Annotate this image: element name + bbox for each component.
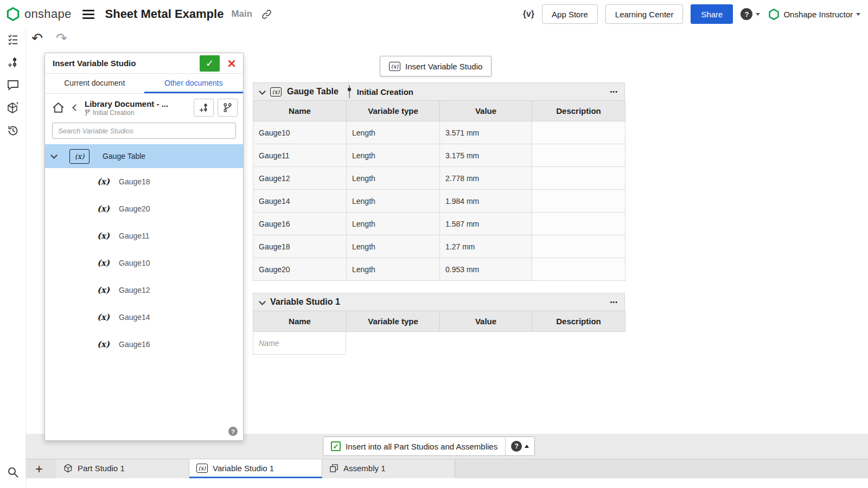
cell-value[interactable]: 1.587 mm <box>440 213 532 235</box>
checkbox-checked-icon[interactable]: ✓ <box>331 441 341 451</box>
column-header-type[interactable]: Variable type <box>347 101 440 121</box>
cell-description[interactable] <box>532 258 626 281</box>
column-header-name[interactable]: Name <box>253 311 347 332</box>
add-item-icon <box>7 56 20 69</box>
collapse-chevron-icon[interactable] <box>259 298 266 305</box>
tab-part-studio-1[interactable]: Part Studio 1 <box>56 459 189 478</box>
featurescript-icon[interactable]: {v} <box>523 9 534 19</box>
variable-item[interactable]: (x) Gauge20 <box>45 195 243 222</box>
tab-variable-studio-1[interactable]: (x) Variable Studio 1 <box>189 459 322 478</box>
variable-item[interactable]: (x) Gauge12 <box>45 277 243 304</box>
version-graph-button[interactable] <box>218 99 238 117</box>
insert-variable-studio-button[interactable]: (x) Insert Variable Studio <box>380 56 492 76</box>
gauge-table-section-header[interactable]: (x) Gauge Table Initial Creation ••• <box>253 82 625 101</box>
cell-description[interactable] <box>532 167 626 190</box>
variable-item[interactable]: (x) Gauge16 <box>45 331 243 358</box>
help-icon[interactable]: ? <box>228 427 238 436</box>
column-header-value[interactable]: Value <box>440 311 532 332</box>
variable-item[interactable]: (x) Gauge11 <box>45 222 243 249</box>
tab-current-document[interactable]: Current document <box>45 74 144 93</box>
cell-name[interactable]: Gauge18 <box>253 235 347 258</box>
variable-studio-icon: (x) <box>270 87 282 97</box>
tab-other-documents[interactable]: Other documents <box>144 74 244 93</box>
cell-description[interactable] <box>532 213 626 235</box>
column-header-description[interactable]: Description <box>532 311 626 332</box>
cancel-button[interactable]: × <box>225 55 239 72</box>
overflow-menu-icon[interactable]: ••• <box>610 88 618 95</box>
chevron-down-icon[interactable] <box>50 152 58 159</box>
cell-type[interactable]: Length <box>347 213 440 235</box>
user-menu[interactable]: Onshape Instructor <box>768 8 860 21</box>
cell-name[interactable]: Gauge11 <box>253 144 347 167</box>
cell-description[interactable] <box>532 144 626 167</box>
share-button[interactable]: Share <box>691 4 733 24</box>
home-icon[interactable] <box>52 102 65 113</box>
confirm-button[interactable]: ✓ <box>200 55 220 72</box>
variable-item[interactable]: (x) Gauge18 <box>45 168 243 195</box>
tab-assembly-1[interactable]: Assembly 1 <box>322 459 455 478</box>
redo-button[interactable]: ↷ <box>56 30 67 46</box>
cell-description[interactable] <box>532 235 626 258</box>
help-dropdown-button[interactable]: ? <box>505 437 534 455</box>
column-header-type[interactable]: Variable type <box>347 311 440 332</box>
column-header-value[interactable]: Value <box>440 101 532 121</box>
search-input[interactable] <box>52 123 236 139</box>
breadcrumb-document[interactable]: Library Document - ... Initial Creation <box>85 99 190 117</box>
cell-name[interactable]: Gauge20 <box>253 258 347 281</box>
cell-value[interactable]: 1.984 mm <box>440 190 532 213</box>
variable-studio-section-header[interactable]: Variable Studio 1 ••• <box>253 293 625 311</box>
collapse-chevron-icon[interactable] <box>259 88 266 95</box>
breadcrumb: Library Document - ... Initial Creation <box>45 94 243 121</box>
variable-item[interactable]: (x) Gauge14 <box>45 304 243 331</box>
history-panel-button[interactable] <box>0 119 26 142</box>
cell-type[interactable]: Length <box>347 121 440 144</box>
breadcrumb-version-label: Initial Creation <box>93 109 135 117</box>
parts-help-panel-button[interactable] <box>0 97 26 119</box>
cell-type[interactable]: Length <box>347 235 440 258</box>
back-chevron-icon[interactable] <box>72 104 79 111</box>
cell-value[interactable]: 2.778 mm <box>440 167 532 190</box>
add-tab-button[interactable]: + <box>29 459 49 478</box>
hamburger-menu-icon[interactable] <box>82 10 94 19</box>
cell-value[interactable]: 3.571 mm <box>440 121 532 144</box>
overflow-menu-icon[interactable]: ••• <box>610 299 618 305</box>
undo-button[interactable]: ↶ <box>31 30 43 46</box>
learning-center-button[interactable]: Learning Center <box>605 4 684 24</box>
check-icon: ✓ <box>206 57 214 69</box>
app-store-button[interactable]: App Store <box>542 4 598 24</box>
tree-item-gauge-table[interactable]: (x) Gauge Table <box>45 144 243 168</box>
create-studio-button[interactable] <box>194 99 214 117</box>
cell-name[interactable]: Gauge10 <box>253 121 347 144</box>
gauge-table: Name Variable type Value Description Gau… <box>253 100 626 281</box>
share-link-icon[interactable] <box>261 9 272 20</box>
cell-value[interactable]: 0.953 mm <box>440 258 532 281</box>
onshape-logo[interactable]: onshape <box>0 7 72 22</box>
assembly-icon <box>329 464 339 473</box>
cell-description[interactable] <box>532 190 626 213</box>
cell-description[interactable] <box>532 121 626 144</box>
cell-type[interactable]: Length <box>347 258 440 281</box>
variable-name-input[interactable] <box>253 332 346 355</box>
checklist-panel-button[interactable] <box>0 28 26 51</box>
cell-name[interactable]: Gauge12 <box>253 167 347 190</box>
variable-x-icon: (x) <box>97 258 113 268</box>
cell-name[interactable]: Gauge14 <box>253 190 347 213</box>
column-header-name[interactable]: Name <box>253 101 347 121</box>
add-item-panel-button[interactable] <box>0 51 26 74</box>
cell-value[interactable]: 3.175 mm <box>440 144 532 167</box>
add-item-icon <box>199 102 209 113</box>
cell-name[interactable]: Gauge16 <box>253 213 347 235</box>
workspace-label[interactable]: Main <box>231 9 252 20</box>
cell-type[interactable]: Length <box>347 167 440 190</box>
variable-item[interactable]: (x) Gauge10 <box>45 249 243 277</box>
variable-studio-icon: (x) <box>196 464 208 473</box>
search-tabs-button[interactable] <box>0 461 26 484</box>
cell-type[interactable]: Length <box>347 190 440 213</box>
cell-type[interactable]: Length <box>347 144 440 167</box>
column-header-description[interactable]: Description <box>532 101 626 121</box>
help-menu[interactable]: ? <box>741 8 760 20</box>
cell-value[interactable]: 1.27 mm <box>440 235 532 258</box>
new-variable-row <box>253 332 625 355</box>
comments-panel-button[interactable] <box>0 74 26 97</box>
insert-all-button[interactable]: ✓ Insert into all Part Studios and Assem… <box>323 436 535 456</box>
